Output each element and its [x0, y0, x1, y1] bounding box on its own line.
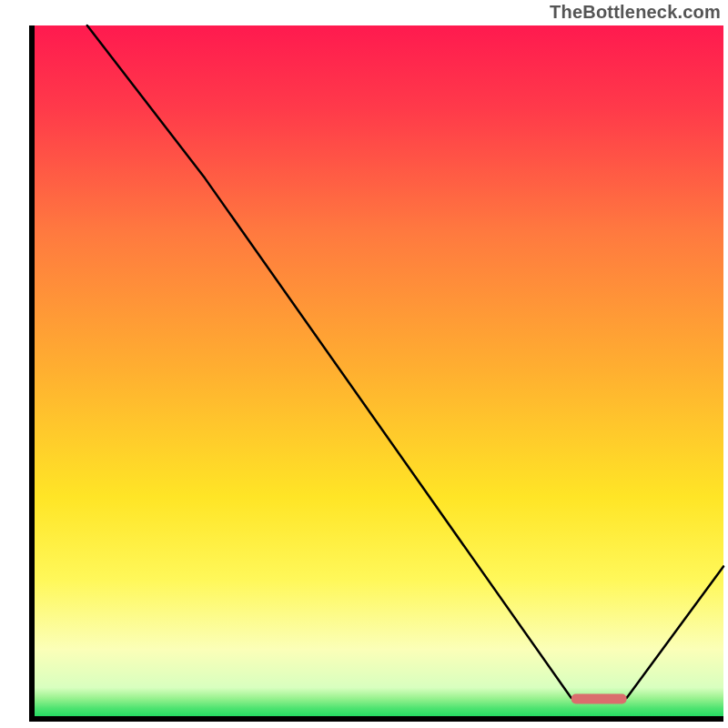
- bottleneck-chart: [0, 0, 728, 728]
- chart-container: TheBottleneck.com: [0, 0, 728, 728]
- svg-rect-1: [571, 694, 627, 704]
- svg-rect-0: [32, 25, 723, 719]
